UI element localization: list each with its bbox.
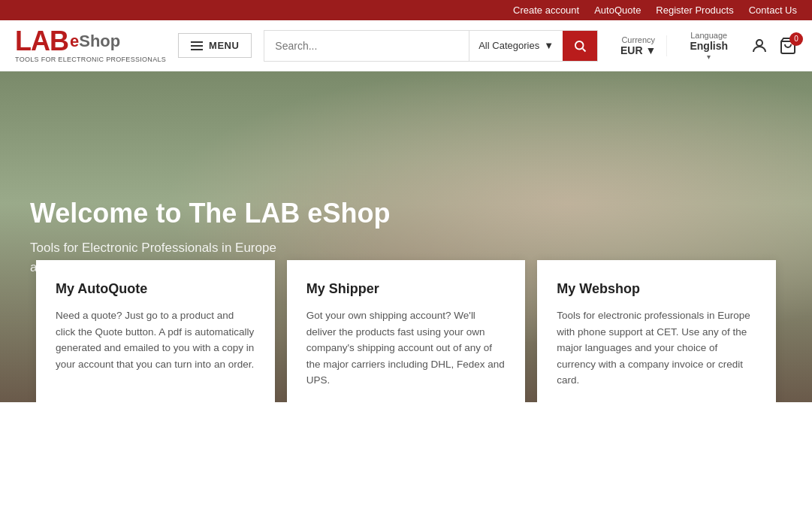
create-account-link[interactable]: Create account: [513, 5, 579, 16]
search-button[interactable]: [563, 31, 597, 61]
card-shipper-title: My Shipper: [306, 281, 506, 297]
autoquote-link[interactable]: AutoQuote: [594, 5, 641, 16]
logo-eshop: eShop: [70, 32, 120, 51]
header: LAB eShop TOOLS FOR ELECTRONIC PROFESSIO…: [0, 20, 812, 71]
search-bar: All Categories ▼: [264, 30, 598, 62]
search-input[interactable]: [264, 31, 469, 61]
account-icon: [750, 37, 768, 55]
hero-subtitle-line1: Tools for Electronic Professionals in Eu…: [30, 241, 276, 255]
card-webshop-title: My Webshop: [557, 281, 756, 297]
logo[interactable]: LAB eShop TOOLS FOR ELECTRONIC PROFESSIO…: [15, 28, 166, 63]
header-icons: 0: [750, 37, 797, 55]
logo-subtitle: TOOLS FOR ELECTRONIC PROFESSIONALS: [15, 56, 166, 63]
card-webshop: My Webshop Tools for electronic professi…: [537, 260, 776, 402]
svg-line-1: [583, 48, 586, 51]
account-button[interactable]: [750, 37, 768, 55]
language-value: English: [690, 40, 728, 52]
contact-us-link[interactable]: Contact Us: [749, 5, 797, 16]
currency-label: Currency: [621, 35, 655, 44]
currency-selector[interactable]: Currency EUR ▼: [610, 35, 667, 56]
language-selector[interactable]: Language English ▾: [679, 31, 738, 61]
search-icon: [573, 39, 587, 53]
currency-value: EUR: [620, 44, 643, 56]
cart-badge: 0: [789, 32, 803, 46]
hero-section: Welcome to The LAB eShop Tools for Elect…: [0, 71, 812, 402]
language-chevron: ▾: [707, 53, 711, 61]
card-autoquote-title: My AutoQuote: [56, 281, 255, 297]
menu-button[interactable]: MENU: [178, 33, 252, 58]
card-autoquote: My AutoQuote Need a quote? Just go to a …: [36, 260, 275, 402]
card-shipper: My Shipper Got your own shipping account…: [287, 260, 526, 402]
logo-lab: LAB: [15, 28, 68, 55]
hero-title: Welcome to The LAB eShop: [30, 197, 390, 229]
chevron-down-icon: ▼: [544, 40, 554, 51]
card-shipper-body: Got your own shipping account? We'll del…: [306, 307, 506, 389]
svg-point-2: [756, 40, 762, 46]
card-webshop-body: Tools for electronic professionals in Eu…: [557, 307, 756, 389]
card-autoquote-body: Need a quote? Just go to a product and c…: [56, 307, 255, 372]
menu-label: MENU: [209, 40, 239, 51]
hamburger-icon: [191, 41, 203, 50]
currency-chevron: ▼: [646, 44, 657, 56]
language-label: Language: [690, 31, 727, 40]
cart-wrapper: 0: [779, 37, 797, 55]
register-products-link[interactable]: Register Products: [656, 5, 733, 16]
cards-row: My AutoQuote Need a quote? Just go to a …: [0, 260, 812, 402]
categories-dropdown[interactable]: All Categories ▼: [469, 31, 563, 61]
top-bar: Create account AutoQuote Register Produc…: [0, 0, 812, 20]
svg-point-0: [575, 41, 584, 50]
